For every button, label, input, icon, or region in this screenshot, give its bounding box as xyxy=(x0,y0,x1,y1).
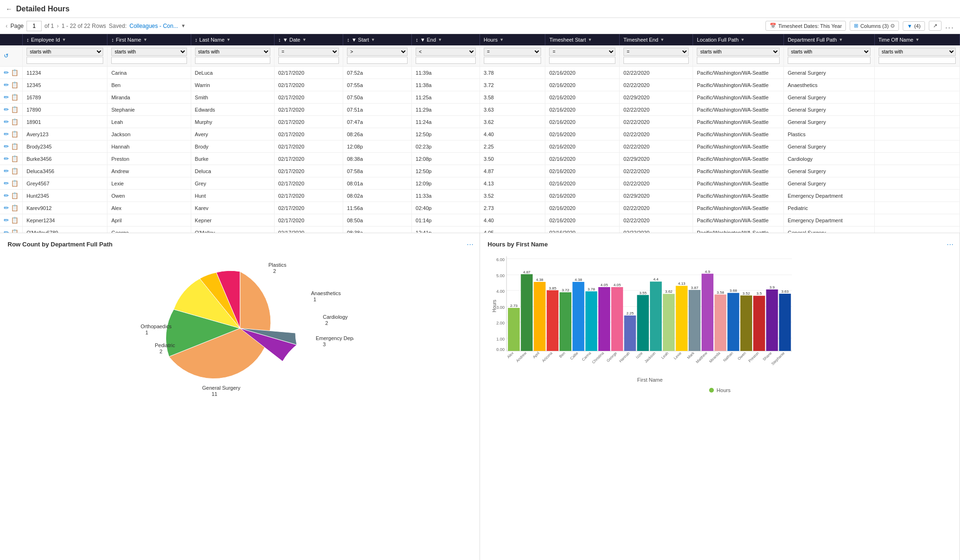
bar[interactable] xyxy=(728,293,739,351)
view-row-button[interactable]: 📋 xyxy=(11,229,18,233)
view-row-button[interactable]: 📋 xyxy=(11,217,18,224)
col-ts-start[interactable]: Timesheet Start ▼ xyxy=(545,34,620,45)
prev-page-button[interactable]: ‹ xyxy=(6,23,8,29)
bar[interactable] xyxy=(702,274,713,351)
filter-empid-val[interactable] xyxy=(27,57,103,64)
edit-row-button[interactable]: ✏ xyxy=(4,229,9,233)
bar[interactable] xyxy=(689,290,701,351)
bar-chart-more-button[interactable]: ... xyxy=(947,239,954,246)
filter-hours-op[interactable]: = xyxy=(484,48,542,56)
filter-hours-val[interactable] xyxy=(484,57,542,64)
more-options-button[interactable]: ... xyxy=(945,22,954,30)
edit-row-button[interactable]: ✏ xyxy=(4,94,9,101)
bar[interactable] xyxy=(740,296,752,351)
saved-name[interactable]: Colleagues - Con... xyxy=(129,23,178,29)
filter-date-val[interactable] xyxy=(278,57,339,64)
col-location[interactable]: Location Full Path ▼ xyxy=(693,34,784,45)
columns-button[interactable]: ⊞ Columns (3) ⊙ xyxy=(850,21,899,31)
view-row-button[interactable]: 📋 xyxy=(11,167,18,175)
pie-chart-more-button[interactable]: ... xyxy=(467,239,474,246)
filter-start-val[interactable] xyxy=(347,57,408,64)
filter-first-val[interactable] xyxy=(111,57,187,64)
view-row-button[interactable]: 📋 xyxy=(11,180,18,187)
bar[interactable] xyxy=(534,282,546,351)
next-page-button[interactable]: › xyxy=(57,23,59,29)
bar[interactable] xyxy=(547,290,559,351)
filter-start-op[interactable]: > xyxy=(347,48,408,56)
edit-row-button[interactable]: ✏ xyxy=(4,69,9,76)
view-row-button[interactable]: 📋 xyxy=(11,81,18,88)
view-row-button[interactable]: 📋 xyxy=(11,106,18,113)
filter-empid-op[interactable]: starts with xyxy=(27,48,103,56)
filter-dept-op[interactable]: starts with xyxy=(788,48,871,56)
edit-row-button[interactable]: ✏ xyxy=(4,106,9,113)
bar[interactable] xyxy=(663,294,675,351)
edit-row-button[interactable]: ✏ xyxy=(4,204,9,211)
saved-dropdown-icon[interactable]: ▼ xyxy=(181,23,186,28)
filter-end-op[interactable]: < xyxy=(416,48,476,56)
col-first-name[interactable]: ↕ First Name ▼ xyxy=(107,34,191,45)
bar[interactable] xyxy=(650,281,662,351)
view-row-button[interactable]: 📋 xyxy=(11,204,18,211)
bar[interactable] xyxy=(714,295,726,351)
page-input[interactable] xyxy=(27,21,42,31)
edit-row-button[interactable]: ✏ xyxy=(4,192,9,199)
col-time-off[interactable]: Time Off Name ▼ xyxy=(874,34,960,45)
filter-last-op[interactable]: starts with xyxy=(195,48,270,56)
edit-row-button[interactable]: ✏ xyxy=(4,217,9,224)
filter-location-val[interactable] xyxy=(697,57,780,64)
col-end[interactable]: ↕ ▼ End ▼ xyxy=(412,34,480,45)
bar[interactable] xyxy=(779,294,791,351)
edit-row-button[interactable]: ✏ xyxy=(4,81,9,88)
filter-time-off-val[interactable] xyxy=(879,57,956,64)
view-row-button[interactable]: 📋 xyxy=(11,69,18,76)
col-employee-id[interactable]: ↕ Employee Id ▼ xyxy=(23,34,107,45)
edit-row-button[interactable]: ✏ xyxy=(4,155,9,162)
filter-end-val[interactable] xyxy=(416,57,476,64)
view-row-button[interactable]: 📋 xyxy=(11,131,18,138)
col-ts-end[interactable]: Timesheet End ▼ xyxy=(620,34,693,45)
view-row-button[interactable]: 📋 xyxy=(11,155,18,162)
view-row-button[interactable]: 📋 xyxy=(11,94,18,101)
bar[interactable] xyxy=(637,295,649,351)
filter-ts-start-op[interactable]: = xyxy=(549,48,615,56)
view-row-button[interactable]: 📋 xyxy=(11,192,18,199)
bar[interactable] xyxy=(508,308,520,351)
col-dept[interactable]: Department Full Path ▼ xyxy=(783,34,874,45)
filter-date-op[interactable]: = xyxy=(278,48,339,56)
edit-row-button[interactable]: ✏ xyxy=(4,167,9,175)
bar[interactable] xyxy=(624,315,636,351)
bar[interactable] xyxy=(560,292,571,351)
filter-time-off-op[interactable]: starts with xyxy=(879,48,956,56)
edit-row-button[interactable]: ✏ xyxy=(4,118,9,125)
bar[interactable] xyxy=(586,291,597,351)
bar[interactable] xyxy=(676,286,688,351)
back-button[interactable]: ← xyxy=(6,5,12,13)
edit-row-button[interactable]: ✏ xyxy=(4,131,9,138)
bar[interactable] xyxy=(598,287,610,351)
filter-ts-start-val[interactable] xyxy=(549,57,615,64)
view-row-button[interactable]: 📋 xyxy=(11,143,18,150)
bar[interactable] xyxy=(611,287,623,351)
reset-filters-button[interactable]: ↺ xyxy=(4,52,9,59)
bar[interactable] xyxy=(521,274,533,351)
filter-dept-val[interactable] xyxy=(788,57,871,64)
filter-last-val[interactable] xyxy=(195,57,270,64)
edit-row-button[interactable]: ✏ xyxy=(4,180,9,187)
filter-ts-end-val[interactable] xyxy=(623,57,689,64)
filter-ts-end-op[interactable]: = xyxy=(623,48,689,56)
bar[interactable] xyxy=(753,296,765,351)
col-last-name[interactable]: ↕ Last Name ▼ xyxy=(191,34,274,45)
filter-location-op[interactable]: starts with xyxy=(697,48,780,56)
bar[interactable] xyxy=(572,282,584,351)
export-button[interactable]: ↗ xyxy=(929,21,942,31)
view-row-button[interactable]: 📋 xyxy=(11,118,18,125)
col-start[interactable]: ↕ ▼ Start ▼ xyxy=(343,34,411,45)
edit-row-button[interactable]: ✏ xyxy=(4,143,9,150)
dates-button[interactable]: 📅 Timesheet Dates: This Year xyxy=(765,21,846,31)
filter-first-op[interactable]: starts with xyxy=(111,48,187,56)
col-hours[interactable]: Hours ▼ xyxy=(480,34,545,45)
bar[interactable] xyxy=(766,289,778,351)
col-date[interactable]: ↕ ▼ Date ▼ xyxy=(274,34,343,45)
filter-button[interactable]: ▼ (4) xyxy=(903,21,924,31)
